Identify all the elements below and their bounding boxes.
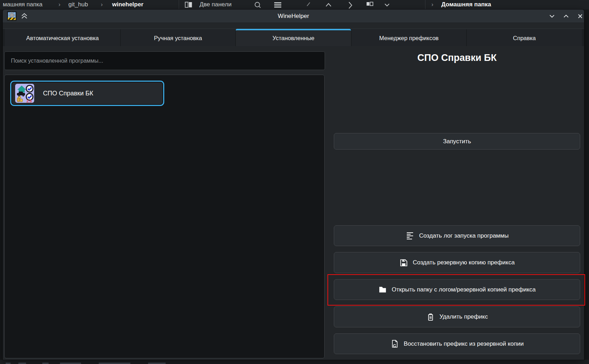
two-panels-label[interactable]: Две панели (200, 1, 232, 8)
tab-installed[interactable]: Установленные (235, 29, 351, 46)
backup-prefix-button[interactable]: Создать резервную копию префикса (334, 252, 580, 273)
titlebar[interactable]: WineHelper (3, 10, 584, 23)
installed-apps-list: 2.5 СПО Справки БК (4, 75, 325, 358)
bg-breadcrumb-home[interactable]: машняя папка (3, 1, 42, 8)
tab-label: Ручная установка (154, 35, 202, 42)
close-icon[interactable] (577, 13, 584, 20)
floppy-save-icon (399, 258, 408, 267)
bg-breadcrumb-dir[interactable]: git_hub (68, 1, 88, 8)
maximize-icon[interactable] (563, 13, 570, 20)
tab-label: Автоматическая установка (26, 35, 99, 42)
restore-prefix-label: Восстановить префикс из резервной копии (404, 340, 523, 347)
bg-breadcrumb-right-home[interactable]: Домашняя папка (441, 1, 491, 8)
run-button[interactable]: Запустить (334, 133, 580, 150)
clipped-text-fragment (6, 363, 11, 364)
delete-prefix-button[interactable]: Удалить префикс (334, 306, 580, 327)
up-arrow-icon[interactable] (325, 1, 332, 9)
tab-bar: Автоматическая установка Ручная установк… (3, 29, 584, 46)
restore-prefix-button[interactable]: Восстановить префикс из резервной копии (334, 333, 580, 354)
clipped-text-fragment (18, 363, 26, 364)
toolbar-divider (425, 0, 425, 10)
tab-label: Менеджер префиксов (379, 35, 439, 42)
view-mode-icon[interactable] (366, 1, 374, 9)
tab-prefix-manager[interactable]: Менеджер префиксов (351, 29, 467, 46)
open-folder-label: Открыть папку с логом/резервной копией п… (392, 286, 535, 293)
create-log-label: Создать лог запуска программы (419, 232, 509, 239)
window-title: WineHelper (3, 10, 584, 23)
back-chevron-icon[interactable] (305, 1, 312, 9)
app-list-item[interactable]: 2.5 СПО Справки БК (10, 81, 164, 106)
tab-help[interactable]: Справка (466, 29, 582, 46)
tab-label: Справка (513, 35, 536, 42)
hamburger-menu-icon[interactable] (274, 1, 282, 9)
create-log-button[interactable]: Создать лог запуска программы (334, 225, 580, 246)
open-folder-button[interactable]: Открыть папку с логом/резервной копией п… (334, 279, 580, 300)
background-file-manager-toolbar: машняя папка › git_hub › winehelper Две … (0, 0, 589, 10)
folder-icon (378, 285, 387, 294)
clipped-text-fragment (148, 363, 166, 364)
clipped-text-fragment (60, 363, 81, 364)
minimize-icon[interactable] (548, 13, 556, 20)
log-lines-icon (405, 231, 415, 240)
tab-label: Установленные (272, 35, 314, 42)
search-icon[interactable] (254, 1, 262, 9)
winehelper-window: WineHelper Автоматическая установка Ручн… (3, 10, 584, 360)
background-bottom-strip (0, 360, 589, 364)
breadcrumb-separator-icon: › (431, 1, 433, 8)
tab-manual-install[interactable]: Ручная установка (120, 29, 236, 46)
app-icon-version-badge: 2.5 (26, 99, 32, 103)
trash-icon (426, 313, 435, 321)
breadcrumb-separator-icon: › (59, 1, 60, 8)
two-panels-icon[interactable] (185, 1, 192, 9)
delete-prefix-label: Удалить префикс (440, 313, 488, 320)
selected-app-title: СПО Справки БК (334, 52, 580, 63)
desktop: машняя папка › git_hub › winehelper Две … (0, 0, 589, 364)
run-button-label: Запустить (443, 138, 471, 145)
document-restore-icon (390, 339, 399, 348)
forward-chevron-icon[interactable] (348, 1, 353, 9)
clipped-text-fragment (42, 363, 49, 364)
backup-prefix-label: Создать резервную копию префикса (413, 259, 515, 266)
search-input[interactable] (4, 51, 325, 70)
bg-breadcrumb-current[interactable]: winehelper (112, 1, 143, 8)
tab-auto-install[interactable]: Автоматическая установка (5, 29, 120, 46)
spo-spravki-app-icon: 2.5 (15, 84, 34, 103)
app-list-item-label: СПО Справки БК (43, 90, 93, 97)
dropdown-caret-icon[interactable] (384, 3, 390, 8)
toolbar-divider (179, 0, 179, 10)
breadcrumb-separator-icon: › (101, 1, 103, 8)
clipped-text-fragment (99, 363, 130, 364)
